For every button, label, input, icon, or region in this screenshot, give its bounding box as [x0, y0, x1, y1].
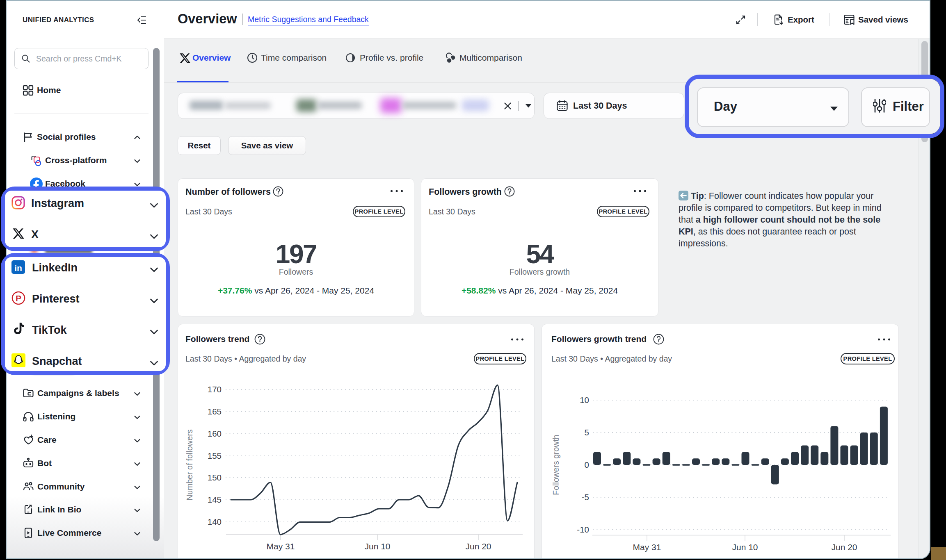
svg-text:Jun 20: Jun 20 — [831, 542, 857, 552]
svg-text:Jun 10: Jun 10 — [732, 542, 758, 552]
svg-text:170: 170 — [208, 385, 222, 394]
svg-text:May 31: May 31 — [633, 542, 661, 552]
svg-text:10: 10 — [580, 395, 589, 405]
svg-text:May 31: May 31 — [267, 542, 295, 551]
svg-text:0: 0 — [585, 460, 589, 469]
svg-text:145: 145 — [208, 495, 222, 504]
svg-text:Jun 10: Jun 10 — [364, 542, 390, 551]
svg-text:Jun 20: Jun 20 — [465, 542, 491, 551]
svg-text:Followers growth: Followers growth — [551, 435, 560, 495]
svg-text:165: 165 — [208, 407, 222, 416]
svg-text:5: 5 — [585, 428, 589, 437]
svg-text:150: 150 — [208, 473, 222, 482]
svg-text:155: 155 — [208, 451, 222, 460]
svg-text:P: P — [16, 294, 21, 303]
svg-text:in: in — [14, 263, 22, 273]
svg-text:-10: -10 — [577, 525, 589, 534]
svg-text:Number of followers: Number of followers — [185, 429, 194, 501]
svg-text:140: 140 — [208, 517, 222, 526]
svg-text:160: 160 — [208, 429, 222, 438]
svg-text:-5: -5 — [582, 492, 589, 502]
